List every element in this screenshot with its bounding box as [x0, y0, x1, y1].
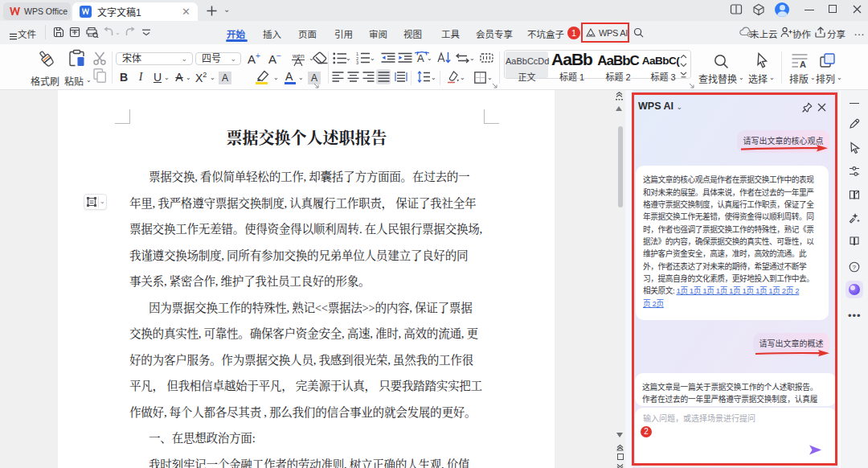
svg-text:A: A: [417, 52, 424, 64]
svg-text:A: A: [800, 60, 806, 68]
svg-text:3: 3: [356, 60, 358, 64]
svg-text:?: ?: [853, 264, 857, 271]
